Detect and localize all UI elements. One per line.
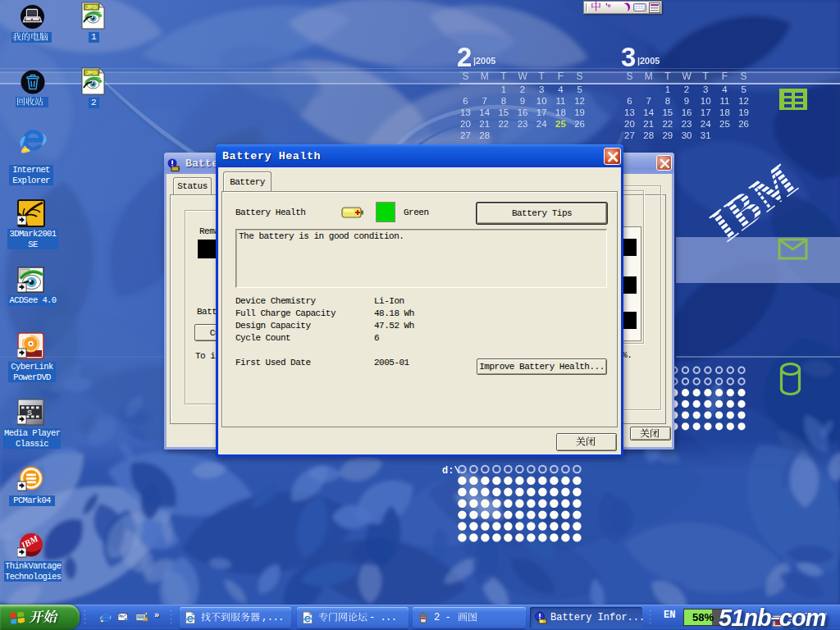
svg-text:JPG: JPG: [86, 4, 97, 10]
svg-text:JPG: JPG: [86, 70, 97, 75]
svg-text:d:\: d:\: [442, 465, 460, 477]
svg-text:S: S: [27, 409, 32, 417]
svg-text:’º: ’º: [605, 2, 611, 11]
